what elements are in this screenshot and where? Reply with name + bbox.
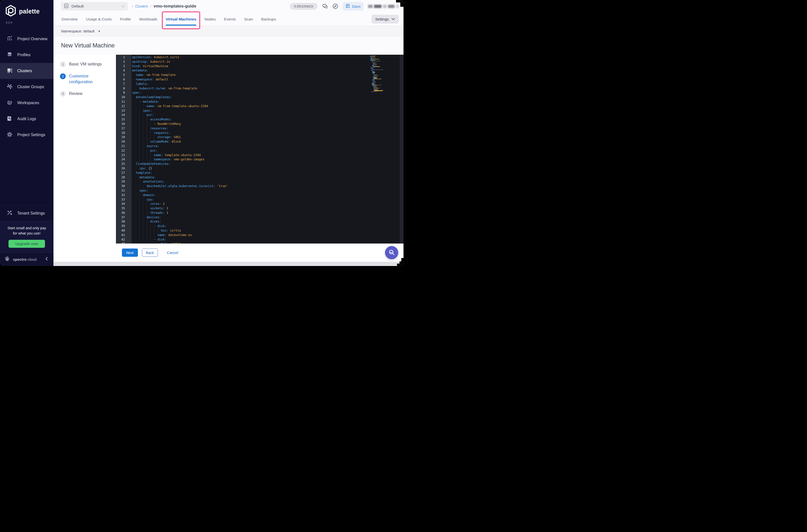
code-line: name: vm-from-template-ubuntu-2204 [132, 104, 404, 109]
line-number: 20 [116, 140, 125, 144]
code-line: source: [132, 144, 404, 149]
code-line: pvc: [132, 113, 404, 117]
brand-name: palette [19, 8, 40, 15]
line-number: 42 [116, 238, 125, 242]
step-customize-configuration[interactable]: 2 Customize configuration [60, 73, 116, 85]
editor-line-numbers: 1234567891011121314151617181920212223242… [116, 55, 131, 244]
editor-scrollbar-track[interactable] [400, 55, 404, 244]
tab-overview[interactable]: Overview [61, 13, 78, 26]
sidebar-item-label: Clusters [17, 69, 32, 73]
editor-column: 1234567891011121314151617181920212223242… [116, 55, 404, 262]
namespace-caret-icon[interactable]: ▼ [98, 30, 100, 33]
next-button[interactable]: Next [122, 248, 138, 257]
code-line: labels: [132, 82, 404, 87]
code-line: descheduler.alpha.kubernetes.io/evict: '… [132, 184, 404, 189]
line-number: 1 [116, 55, 125, 60]
line-number: 21 [116, 144, 125, 149]
line-number: 6 [116, 77, 125, 82]
tab-usage-costs[interactable]: Usage & Costs [86, 13, 112, 26]
tab-scan[interactable]: Scan [244, 13, 253, 26]
code-line: resources: [132, 126, 404, 131]
code-line: cores: 2 [132, 202, 404, 206]
sidebar: palette 4.2.9 Project Overview [0, 0, 54, 266]
tab-events[interactable]: Events [224, 13, 236, 26]
line-number: 41 [116, 233, 125, 238]
project-chart-icon [64, 3, 69, 9]
editor-minimap[interactable] [370, 56, 399, 92]
line-number: 10 [116, 95, 125, 100]
yaml-code-pane[interactable]: apiVersion: kubevirt.io/v1apiGroup: kube… [131, 55, 404, 244]
chevron-down-icon [392, 18, 395, 20]
code-line: pvc: [132, 149, 404, 153]
project-selector[interactable]: Default [61, 2, 128, 11]
upsell-message: Start small and only pay for what you us… [3, 226, 51, 236]
line-number: 33 [116, 197, 125, 202]
line-number: 4 [116, 69, 125, 73]
step-review[interactable]: 3 Review [60, 91, 116, 97]
workspaces-icon [7, 100, 13, 107]
namespace-selector-value[interactable]: Namespace: default [61, 29, 94, 33]
wizard-steps-panel: 1 Basic VM settings 2 Customize configur… [54, 55, 116, 262]
tab-virtual-machines[interactable]: Virtual Machines [166, 13, 196, 26]
tab-backups[interactable]: Backups [261, 13, 276, 26]
sidebar-item-project-settings[interactable]: Project Settings [0, 127, 54, 143]
tools-icon [7, 210, 13, 216]
line-number: 7 [116, 82, 125, 87]
palette-app-window: palette 4.2.9 Project Overview [0, 0, 404, 266]
sidebar-item-cluster-groups[interactable]: Cluster Groups [0, 79, 54, 95]
step-label: Customize configuration [69, 73, 107, 85]
code-line: - metadata: [132, 100, 404, 104]
tab-profile[interactable]: Profile [120, 13, 131, 26]
spectro-cloud-logo-icon [4, 256, 11, 263]
line-number: 31 [116, 189, 125, 193]
docs-button[interactable]: Docs [342, 2, 364, 11]
code-line: name: datavolume-os [132, 233, 404, 238]
back-button[interactable]: Back [142, 248, 158, 257]
book-icon [346, 4, 350, 9]
code-line: cpu: [132, 197, 404, 202]
upsell-panel: Start small and only pay for what you us… [0, 221, 54, 252]
tab-nodes[interactable]: Nodes [205, 13, 216, 26]
compass-icon[interactable] [332, 3, 338, 9]
line-number: 40 [116, 229, 125, 233]
search-fab-button[interactable] [385, 246, 398, 259]
minimap-line [370, 92, 399, 92]
line-number: 25 [116, 162, 125, 166]
sidebar-item-clusters[interactable]: Clusters [0, 63, 54, 79]
line-number: 23 [116, 153, 125, 158]
code-line: kubevirt.io/vm: vm-from-template [132, 87, 404, 91]
bottom-strip [54, 262, 404, 266]
search-icon [388, 249, 395, 256]
upgrade-now-button[interactable]: Upgrade now [8, 240, 45, 248]
step-basic-vm-settings[interactable]: 1 Basic VM settings [60, 61, 116, 67]
code-line: spec: [132, 91, 404, 95]
code-line: bus: virtio [132, 229, 404, 233]
code-line: - ReadWriteMany [132, 122, 404, 126]
sidebar-item-tenant-settings[interactable]: Tenant Settings [0, 205, 54, 221]
wizard-body: 1 Basic VM settings 2 Customize configur… [54, 55, 404, 262]
settings-button[interactable]: Settings [372, 15, 399, 23]
sidebar-item-workspaces[interactable]: Workspaces [0, 95, 54, 111]
line-number: 37 [116, 215, 125, 220]
profiles-icon [7, 52, 13, 58]
user-name-redacted[interactable] [368, 5, 399, 8]
step-label: Basic VM settings [69, 61, 102, 67]
code-line: storage: 50Gi [132, 135, 404, 140]
cancel-button[interactable]: Cancel [165, 248, 180, 257]
code-line: liveUpdateFeatures: [132, 162, 404, 166]
breadcrumb-separator: / [150, 4, 151, 8]
sidebar-item-project-overview[interactable]: Project Overview [0, 31, 54, 47]
collapse-sidebar-icon[interactable] [45, 257, 49, 262]
step-number-bullet: 2 [60, 73, 66, 79]
sidebar-item-label: Project Overview [17, 37, 48, 41]
chat-icon[interactable] [322, 3, 328, 9]
page-title: New Virtual Machine [61, 42, 115, 49]
sidebar-item-audit-logs[interactable]: Audit Logs [0, 111, 54, 127]
line-number: 19 [116, 135, 125, 140]
line-number: 11 [116, 100, 125, 104]
sidebar-item-profiles[interactable]: Profiles [0, 47, 54, 63]
code-line: annotations: [132, 179, 404, 184]
breadcrumb-clusters-link[interactable]: Clusters [135, 4, 148, 8]
line-number: 3 [116, 64, 125, 69]
tab-workloads[interactable]: Workloads [139, 13, 157, 26]
